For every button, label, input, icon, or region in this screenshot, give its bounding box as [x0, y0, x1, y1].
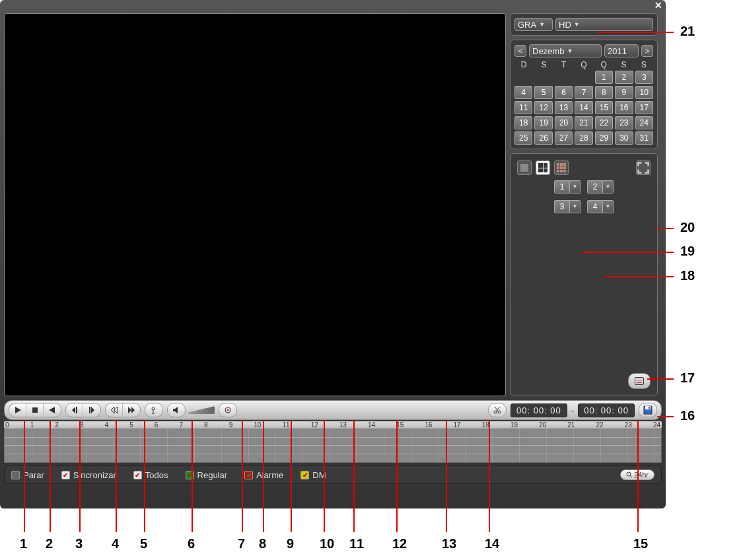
timeline: 0123456789101112131415161718192021222324 — [4, 421, 662, 463]
stop-indicator: Parar — [11, 470, 44, 480]
calendar-day[interactable]: 10 — [635, 86, 653, 99]
callout-12: 12 — [392, 536, 407, 551]
callout-8: 8 — [259, 536, 266, 551]
timeline-ticks: 0123456789101112131415161718192021222324 — [4, 421, 662, 429]
fullscreen-button[interactable] — [636, 160, 651, 175]
calendar-day[interactable]: 26 — [534, 131, 552, 145]
calendar-day[interactable]: 27 — [555, 131, 573, 145]
record-type-select[interactable]: GRA▼ — [514, 18, 553, 31]
channel-select[interactable]: 2▼ — [587, 180, 614, 193]
calendar-day[interactable]: 19 — [534, 116, 552, 129]
video-area[interactable] — [4, 13, 506, 396]
svg-rect-0 — [32, 407, 38, 413]
snapshot-button[interactable] — [219, 403, 236, 417]
calendar-day[interactable]: 4 — [514, 86, 532, 99]
calendar-day[interactable]: 24 — [635, 116, 653, 129]
file-list-button[interactable] — [628, 373, 651, 389]
year-select[interactable]: 2011 — [604, 44, 639, 57]
calendar-day[interactable]: 31 — [635, 131, 653, 145]
calendar-day[interactable]: 3 — [635, 71, 653, 84]
callout-4: 4 — [112, 536, 119, 551]
calendar-day[interactable]: 7 — [575, 86, 592, 99]
frame-back-button[interactable] — [66, 403, 83, 417]
calendar-days: 1234567891011121314151617181920212223242… — [514, 71, 653, 145]
layout-quad-button[interactable] — [536, 160, 550, 175]
channel-select[interactable]: 4▼ — [587, 200, 614, 213]
callout-15: 15 — [633, 536, 648, 551]
mute-button[interactable] — [168, 403, 185, 417]
volume-slider[interactable] — [188, 406, 215, 414]
callout-19: 19 — [680, 244, 695, 259]
cal-next-button[interactable]: > — [641, 45, 653, 57]
dow-label: Q — [575, 60, 593, 69]
clip-end-time[interactable]: 00: 00: 00 — [578, 403, 635, 417]
callout-9: 9 — [287, 536, 294, 551]
calendar-day[interactable]: 12 — [534, 101, 552, 114]
calendar-day[interactable]: 23 — [615, 116, 633, 129]
layout-many-button[interactable] — [554, 160, 569, 175]
storage-select[interactable]: HD▼ — [555, 18, 653, 31]
callout-20: 20 — [680, 220, 695, 235]
playback-controls: 00: 00: 00 - 00: 00: 00 — [4, 400, 662, 420]
dow-label: S — [614, 60, 633, 69]
close-icon[interactable]: × — [654, 0, 662, 13]
svg-point-3 — [152, 407, 155, 410]
calendar-day[interactable]: 15 — [595, 101, 613, 114]
timeline-grid[interactable] — [4, 429, 662, 463]
callout-7: 7 — [238, 536, 245, 551]
calendar-day[interactable]: 21 — [575, 116, 592, 129]
calendar-day[interactable]: 28 — [575, 131, 592, 145]
stop-button[interactable] — [26, 403, 44, 417]
callout-14: 14 — [485, 536, 499, 551]
calendar-day[interactable]: 20 — [555, 116, 573, 129]
calendar-day[interactable]: 8 — [595, 86, 613, 99]
calendar-day[interactable]: 30 — [615, 131, 633, 145]
calendar-day[interactable]: 11 — [514, 101, 532, 114]
frame-fwd-button[interactable] — [83, 403, 100, 417]
layout-panel: 1▼2▼3▼4▼ — [510, 153, 658, 396]
callout-1: 1 — [20, 536, 27, 551]
calendar-day[interactable]: 17 — [635, 101, 653, 114]
calendar-day[interactable]: 29 — [595, 131, 613, 145]
calendar-day[interactable]: 14 — [575, 101, 592, 114]
all-checkbox[interactable]: ✔Todos — [133, 470, 168, 480]
clip-start-time[interactable]: 00: 00: 00 — [511, 403, 567, 417]
legend-bar: Parar ✔Sincronizar ✔Todos ✔Regular ✔Alar… — [4, 466, 662, 484]
calendar-day[interactable]: 2 — [615, 71, 633, 84]
sync-checkbox[interactable]: ✔Sincronizar — [61, 470, 116, 480]
save-clip-button[interactable] — [639, 403, 657, 417]
calendar-day[interactable]: 6 — [555, 86, 573, 99]
play-button[interactable] — [9, 403, 26, 417]
callout-5: 5 — [140, 536, 147, 551]
svg-rect-2 — [89, 407, 90, 413]
calendar-day[interactable]: 1 — [595, 71, 613, 84]
calendar-day[interactable]: 25 — [514, 131, 532, 145]
calendar-day[interactable]: 5 — [534, 86, 552, 99]
callout-3: 3 — [75, 536, 83, 551]
calendar-day[interactable]: 16 — [615, 101, 633, 114]
dm-checkbox[interactable]: ✔DM — [300, 470, 326, 480]
channel-select[interactable]: 3▼ — [554, 200, 581, 213]
layout-single-button[interactable] — [517, 160, 532, 175]
time-separator: - — [571, 405, 574, 415]
callout-16: 16 — [680, 408, 695, 423]
cal-prev-button[interactable]: < — [514, 45, 526, 57]
reverse-button[interactable] — [44, 403, 61, 417]
calendar-day[interactable]: 22 — [595, 116, 613, 129]
svg-rect-1 — [76, 407, 77, 413]
calendar-weekdays: DSTQQSS — [514, 60, 653, 69]
month-select[interactable]: Dezemb▼ — [529, 44, 602, 57]
fast-button[interactable] — [123, 403, 140, 417]
main-row: GRA▼ HD▼ < Dezemb▼ 2011 > DSTQQSS 123456… — [0, 9, 666, 396]
calendar-day[interactable]: 9 — [615, 86, 633, 99]
dow-label: Q — [594, 60, 613, 69]
calendar-day[interactable]: 18 — [514, 116, 532, 129]
playback-app: × GRA▼ HD▼ < Dezemb▼ 2011 > DSTQQSS 1234… — [0, 0, 666, 508]
slow-button[interactable] — [106, 403, 123, 417]
callout-21: 21 — [680, 24, 695, 39]
calendar-day[interactable]: 13 — [555, 101, 573, 114]
smart-search-button[interactable] — [145, 403, 162, 417]
dow-label: T — [555, 60, 573, 69]
clip-button[interactable] — [489, 403, 506, 417]
channel-select[interactable]: 1▼ — [554, 180, 581, 193]
